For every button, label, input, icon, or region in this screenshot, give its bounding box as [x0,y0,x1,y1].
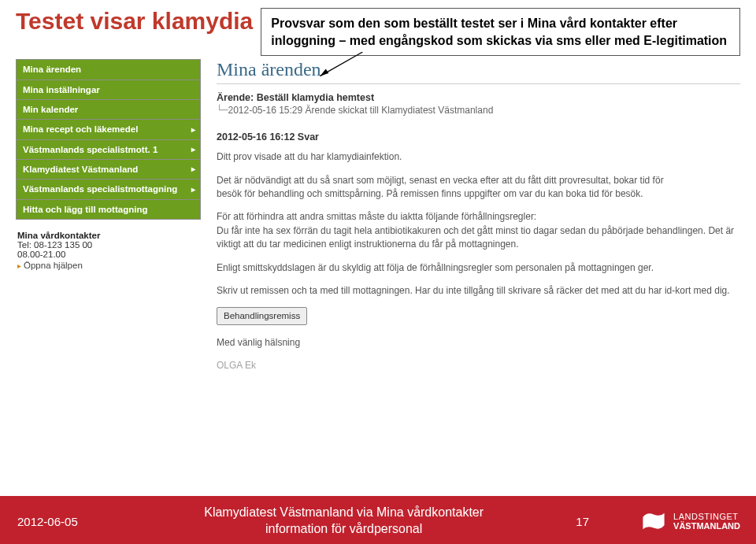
nav-item-kalender[interactable]: Min kalender [17,100,200,120]
reply-body: Ditt prov visade att du har klamydiainfe… [217,150,740,373]
reply-line: besök för behandling och smittspårning. … [217,188,643,199]
case-sent-line: └─2012-05-16 15:29 Ärende skickat till K… [217,105,740,116]
footer-bar: 2012-06-05 Klamydiatest Västmanland via … [0,498,756,544]
nav-item-specialistmott1[interactable]: Västmanlands specialistmott. 1 ▸ [17,140,200,160]
reply-para: Skriv ut remissen och ta med till mottag… [217,284,740,298]
case-sent-text: 2012-05-16 15:29 Ärende skickat till Kla… [228,105,493,116]
reply-para: Det är nödvändigt att du så snart som mö… [217,174,740,202]
contact-tel: Tel: 08-123 135 00 [17,240,199,250]
nav-item-hitta-mottagning[interactable]: Hitta och lägg till mottagning [17,200,200,220]
logo-icon [640,508,667,535]
reply-para: Enligt smittskyddslagen är du skyldig at… [217,261,740,275]
footer-logo: LANDSTINGET VÄSTMANLAND [598,508,756,535]
footer-page-num: 17 [576,515,589,528]
nav-label: Hitta och lägg till mottagning [23,205,147,214]
reply-line: Du får inte ha sex förrän du tagit hela … [217,225,734,250]
nav-label: Mina ärenden [23,65,81,74]
reply-line: Det är nödvändigt att du så snart som mö… [217,175,664,186]
sidebar: Mina ärenden Mina inställningar Min kale… [16,59,201,383]
nav-label: Västmanlands specialistmottagning [23,184,177,194]
reply-para: Ditt prov visade att du har klamydiainfe… [217,150,740,164]
nav-item-recept[interactable]: Mina recept och läkemedel ▸ [17,120,200,139]
nav-label: Klamydiatest Västmanland [23,165,138,174]
reply-para: För att förhindra att andra smittas måst… [217,210,740,251]
contact-hours: 08.00-21.00 [17,250,199,259]
nav-item-klamydiatest[interactable]: Klamydiatest Västmanland ▸ [17,160,200,179]
nav-label: Mina recept och läkemedel [23,124,138,134]
reply-line: För att förhindra att andra smittas måst… [217,211,536,222]
arrow-icon: ▸ [17,261,21,270]
content-panel: Mina ärenden Ärende: Beställ klamydia he… [201,59,740,383]
footer-line1: Klamydiatest Västmanland via Mina vårdko… [204,505,484,519]
nav-item-specialistmottagning[interactable]: Västmanlands specialistmottagning ▸ [17,179,200,199]
sidebar-nav: Mina ärenden Mina inställningar Min kale… [16,59,201,220]
case-title: Ärende: Beställ klamydia hemtest [217,92,740,103]
reply-heading: 2012-05-16 16:12 Svar [217,131,740,142]
callout-box: Provsvar som den som beställt testet ser… [261,8,740,56]
nav-item-installningar[interactable]: Mina inställningar [17,80,200,100]
chevron-right-icon: ▸ [191,124,195,135]
callout-text: Provsvar som den som beställt testet ser… [271,17,727,47]
callout-arrow [309,52,395,80]
nav-label: Mina inställningar [23,85,100,94]
signoff-line: OLGA Ek [217,359,740,372]
footer-line2: information för vårdpersonal [265,522,422,535]
behandlingsremiss-button[interactable]: Behandlingsremiss [217,307,307,325]
chevron-right-icon: ▸ [191,184,195,194]
contact-block: Mina vårdkontakter Tel: 08-123 135 00 08… [16,231,201,270]
footer-center: Klamydiatest Västmanland via Mina vårdko… [118,505,569,538]
logo-line1: LANDSTINGET [673,512,739,521]
nav-item-arenden[interactable]: Mina ärenden [17,60,200,80]
svg-marker-1 [321,69,329,76]
contact-heading: Mina vårdkontakter [17,231,199,240]
open-help-label: Öppna hjälpen [24,261,83,270]
tree-branch-icon: └─ [217,105,228,116]
logo-text: LANDSTINGET VÄSTMANLAND [673,512,740,531]
nav-label: Min kalender [23,105,78,114]
open-help-link[interactable]: ▸Öppna hjälpen [17,261,199,270]
content-heading: Mina ärenden [217,59,740,84]
footer-date: 2012-06-05 [0,515,118,528]
page-title: Testet visar klamydia [16,8,253,35]
chevron-right-icon: ▸ [191,165,195,175]
nav-label: Västmanlands specialistmott. 1 [23,145,158,154]
chevron-right-icon: ▸ [191,145,195,155]
logo-line2: VÄSTMANLAND [673,521,740,531]
closing-line: Med vänlig hälsning [217,336,740,350]
